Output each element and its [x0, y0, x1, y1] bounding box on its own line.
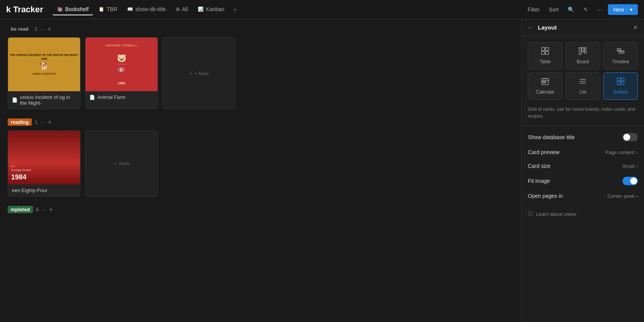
- new-button[interactable]: New ▾: [608, 4, 638, 15]
- layout-option-gallery-label: Gallery: [613, 89, 628, 95]
- tab-tbr[interactable]: 📋 TBR: [94, 4, 122, 15]
- svg-rect-2: [542, 51, 545, 54]
- group-reading-cards: BY George Orwell 1984 een Eighty-Four + …: [8, 130, 514, 197]
- book-1984-cover-art: BY George Orwell 1984: [8, 131, 80, 184]
- svg-rect-1: [545, 48, 549, 51]
- group-completed-header: mpleted 8 ··· +: [8, 206, 514, 213]
- svg-rect-3: [545, 51, 549, 54]
- search-button[interactable]: 🔍: [565, 5, 577, 14]
- layout-options-grid: Table Board: [522, 36, 644, 106]
- fit-image-toggle[interactable]: [623, 177, 638, 185]
- group-to-read-label: be read: [8, 25, 31, 33]
- setting-open-pages-in: Open pages in Center peek ›: [522, 189, 644, 203]
- svg-rect-15: [545, 82, 546, 83]
- layout-option-calendar[interactable]: Calendar: [528, 72, 562, 100]
- new-button-dropdown[interactable]: ▾: [626, 7, 632, 13]
- svg-rect-19: [617, 78, 620, 81]
- layout-option-board[interactable]: Board: [565, 42, 600, 69]
- reading-icon: 📖: [127, 7, 133, 12]
- more-button[interactable]: ···: [594, 5, 605, 14]
- layout-option-list[interactable]: List: [565, 72, 600, 100]
- layout-option-gallery[interactable]: Gallery: [603, 72, 638, 100]
- group-completed: mpleted 8 ··· +: [8, 206, 514, 213]
- panel-header: ← Layout ✕: [522, 19, 644, 36]
- group-reading-add[interactable]: +: [48, 119, 51, 126]
- card-animal-farm[interactable]: GEORGE ORWELL 🐷 👁 1984 📄 Animal Farm: [85, 37, 158, 109]
- new-card-reading-label: New: [119, 161, 129, 166]
- show-db-title-label: Show database title: [528, 134, 619, 140]
- tab-reading[interactable]: 📖 show-db-title: [123, 4, 170, 15]
- svg-rect-20: [621, 78, 624, 81]
- pig-icon: 🐷: [117, 53, 127, 62]
- group-reading-header: reading 1 ··· +: [8, 118, 514, 126]
- layout-option-timeline[interactable]: Timeline: [603, 42, 638, 69]
- board-layout-icon: [579, 47, 586, 57]
- list-layout-icon: [579, 77, 586, 87]
- open-pages-in-label: Open pages in: [528, 193, 605, 199]
- calendar-layout-icon: [541, 77, 549, 87]
- group-reading-options[interactable]: ···: [41, 119, 45, 125]
- sort-button[interactable]: Sort: [546, 5, 562, 14]
- tab-bookshelf-label: Bookshelf: [65, 6, 89, 12]
- main-layout: be read 2 ··· + THE CURIOUS INCIDENT OF …: [0, 19, 644, 322]
- card-preview-label: Card preview: [528, 149, 602, 155]
- group-to-read-header: be read 2 ··· +: [8, 25, 514, 33]
- card-1984[interactable]: BY George Orwell 1984 een Eighty-Four: [8, 130, 80, 197]
- filter-button[interactable]: Filter: [525, 5, 543, 14]
- card-curious-title: 📄 urious Incident of og in the Night-: [8, 91, 80, 109]
- group-completed-options[interactable]: ···: [42, 207, 46, 212]
- open-pages-in-value[interactable]: Center peek ›: [608, 193, 638, 199]
- group-to-read-add[interactable]: +: [48, 26, 51, 33]
- svg-rect-5: [582, 48, 584, 52]
- card-curious-icon: 📄: [12, 97, 18, 103]
- new-card-label: + New: [194, 71, 209, 76]
- panel-title: Layout: [538, 24, 629, 31]
- setting-card-preview: Card preview Page content ›: [522, 145, 644, 159]
- new-card-reading[interactable]: + New: [85, 130, 158, 197]
- tab-bookshelf[interactable]: 📚 Bookshelf: [53, 4, 93, 15]
- layout-option-table-label: Table: [540, 59, 551, 64]
- learn-label: Learn about views: [536, 211, 577, 217]
- card-preview-value[interactable]: Page content ›: [605, 150, 638, 155]
- new-card-plus: +: [189, 71, 192, 76]
- header-actions: Filter Sort 🔍 ✎ ··· New ▾: [525, 4, 638, 15]
- svg-rect-7: [617, 49, 621, 50]
- new-card-reading-plus: +: [114, 161, 117, 166]
- tab-all[interactable]: ⊞ All: [171, 4, 193, 15]
- setting-show-db-title: Show database title: [522, 129, 644, 145]
- card-size-value[interactable]: Small ›: [622, 163, 638, 169]
- group-completed-add[interactable]: +: [49, 206, 53, 213]
- fit-image-label: Fit image: [528, 178, 619, 184]
- card-1984-title: een Eighty-Four: [8, 184, 80, 196]
- panel-close-button[interactable]: ✕: [633, 24, 638, 31]
- tab-all-label: All: [182, 6, 188, 12]
- group-to-read-options[interactable]: ···: [40, 26, 44, 32]
- group-completed-label: mpleted: [8, 206, 33, 213]
- setting-fit-image: Fit image: [522, 173, 644, 189]
- content-area: be read 2 ··· + THE CURIOUS INCIDENT OF …: [0, 19, 521, 322]
- tab-reading-label: show-db-title: [135, 6, 166, 12]
- panel-back-button[interactable]: ←: [528, 24, 534, 31]
- layout-option-calendar-label: Calendar: [536, 89, 555, 95]
- new-card-to-read[interactable]: + + New: [163, 37, 235, 109]
- card-preview-chevron: ›: [636, 150, 638, 155]
- tab-kanban[interactable]: 📊 Kanban: [193, 4, 229, 15]
- card-1984-cover: BY George Orwell 1984: [8, 131, 80, 184]
- card-curious-incident[interactable]: THE CURIOUS INCIDENT OF THE DOG IN THE N…: [8, 37, 80, 109]
- card-curious-cover: THE CURIOUS INCIDENT OF THE DOG IN THE N…: [8, 38, 80, 91]
- show-db-title-toggle[interactable]: [623, 133, 638, 141]
- all-icon: ⊞: [176, 7, 180, 12]
- add-tab-button[interactable]: +: [230, 4, 240, 15]
- learn-about-views[interactable]: ⓘ Learn about views: [522, 206, 644, 222]
- card-animal-farm-icon: 📄: [89, 95, 95, 100]
- group-reading-label: reading: [8, 118, 32, 126]
- svg-rect-0: [542, 48, 545, 51]
- cursor-button[interactable]: ✎: [580, 5, 591, 14]
- layout-option-table[interactable]: Table: [528, 42, 562, 69]
- svg-rect-6: [585, 48, 586, 53]
- panel-settings: Show database title Card preview Page co…: [522, 126, 644, 206]
- eye-icon: 👁: [118, 66, 125, 75]
- layout-option-board-label: Board: [577, 59, 589, 64]
- group-to-read-count: 2: [34, 26, 37, 32]
- svg-rect-21: [617, 82, 620, 85]
